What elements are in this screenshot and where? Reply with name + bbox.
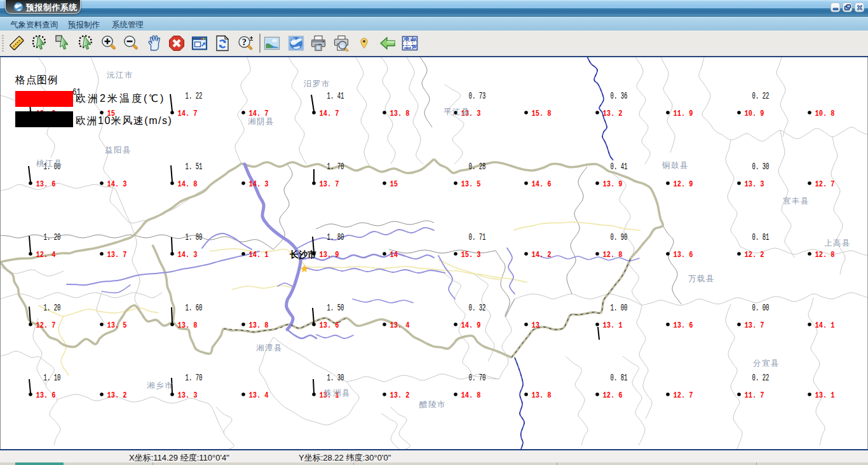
svg-text:1. 80: 1. 80 — [186, 232, 203, 242]
svg-text:1. 70: 1. 70 — [327, 162, 344, 172]
svg-text:13. 1: 13. 1 — [815, 391, 835, 400]
svg-text:14. 8: 14. 8 — [461, 391, 481, 400]
svg-text:1. 51: 1. 51 — [186, 162, 203, 172]
svg-text:14. 3: 14. 3 — [107, 179, 127, 189]
svg-text:13. 6: 13. 6 — [674, 250, 693, 260]
svg-text:13. 6: 13. 6 — [674, 321, 693, 330]
svg-text:0. 22: 0. 22 — [752, 91, 770, 101]
svg-text:14. 2: 14. 2 — [532, 250, 552, 260]
svg-text:15. 8: 15. 8 — [532, 109, 552, 118]
svg-text:1. 22: 1. 22 — [186, 91, 203, 101]
svg-text:13. 2: 13. 2 — [603, 109, 623, 118]
svg-text:61: 61 — [72, 87, 81, 97]
svg-text:12. 7: 12. 7 — [36, 321, 56, 330]
svg-text:0. 90: 0. 90 — [611, 232, 628, 242]
svg-text:格点图例: 格点图例 — [15, 74, 58, 85]
svg-text:15. 3: 15. 3 — [461, 250, 481, 260]
svg-text:13. 9: 13. 9 — [320, 250, 339, 260]
svg-text:0. 22: 0. 22 — [752, 373, 770, 383]
svg-text:0. 00: 0. 00 — [752, 303, 770, 313]
svg-text:0. 81: 0. 81 — [752, 232, 770, 242]
svg-text:14. 9: 14. 9 — [461, 321, 481, 330]
svg-text:上高县: 上高县 — [824, 239, 851, 247]
svg-text:11. 9: 11. 9 — [674, 109, 693, 118]
svg-text:13. 2: 13. 2 — [390, 391, 410, 400]
svg-text:12. 6: 12. 6 — [603, 391, 623, 400]
svg-text:12. 9: 12. 9 — [674, 179, 693, 189]
svg-text:长沙市: 长沙市 — [289, 249, 316, 260]
svg-text:1. 20: 1. 20 — [44, 232, 61, 242]
svg-text:益阳县: 益阳县 — [105, 146, 132, 155]
svg-text:13. 7: 13. 7 — [320, 179, 339, 189]
svg-text:0. 73: 0. 73 — [469, 91, 486, 101]
svg-text:醴陵市: 醴陵市 — [419, 400, 446, 409]
svg-text:13. 9: 13. 9 — [603, 179, 623, 189]
svg-text:1. 80: 1. 80 — [327, 232, 344, 242]
svg-text:12. 8: 12. 8 — [603, 250, 623, 260]
svg-text:0. 81: 0. 81 — [611, 373, 628, 383]
svg-text:13. 3: 13. 3 — [745, 179, 764, 189]
svg-text:0. 36: 0. 36 — [611, 91, 628, 101]
svg-text:13. 6: 13. 6 — [36, 391, 56, 400]
svg-text:0. 71: 0. 71 — [469, 232, 486, 242]
svg-text:14. 3: 14. 3 — [249, 179, 269, 189]
svg-text:13. 5: 13. 5 — [461, 179, 481, 189]
svg-text:1. 50: 1. 50 — [327, 303, 344, 313]
svg-text:10. 9: 10. 9 — [745, 109, 764, 118]
svg-text:分宜县: 分宜县 — [753, 359, 780, 368]
svg-text:11. 7: 11. 7 — [745, 391, 764, 400]
svg-text:13. 6: 13. 6 — [36, 179, 56, 189]
svg-text:1. 70: 1. 70 — [186, 373, 203, 383]
svg-text:湘阴县: 湘阴县 — [248, 117, 275, 126]
svg-text:0. 28: 0. 28 — [469, 162, 486, 172]
svg-text:0. 41: 0. 41 — [611, 162, 628, 172]
svg-text:铜鼓县: 铜鼓县 — [661, 161, 689, 170]
svg-text:湘潭县: 湘潭县 — [256, 344, 283, 352]
svg-text:湘乡市: 湘乡市 — [147, 381, 173, 390]
svg-text:13. 6: 13. 6 — [320, 321, 339, 330]
svg-text:0. 30: 0. 30 — [752, 162, 770, 172]
svg-text:12. 2: 12. 2 — [745, 250, 764, 260]
svg-text:13. 7: 13. 7 — [745, 321, 764, 330]
svg-text:欧洲2米温度(℃): 欧洲2米温度(℃) — [76, 93, 165, 104]
svg-text:14. 1: 14. 1 — [249, 250, 269, 260]
svg-text:1. 41: 1. 41 — [327, 91, 344, 101]
svg-text:13. 4: 13. 4 — [249, 391, 269, 400]
svg-text:1. 10: 1. 10 — [44, 373, 61, 383]
svg-text:汨罗市: 汨罗市 — [303, 80, 330, 88]
svg-text:万载县: 万载县 — [688, 274, 715, 283]
svg-text:欧洲10米风速(m/s): 欧洲10米风速(m/s) — [76, 115, 172, 126]
svg-text:株洲县: 株洲县 — [323, 389, 351, 398]
svg-text:15: 15 — [390, 179, 398, 189]
svg-text:宜丰县: 宜丰县 — [783, 197, 810, 205]
svg-text:13: 13 — [532, 321, 539, 330]
svg-text:13. 8: 13. 8 — [532, 391, 552, 400]
svg-text:12. 4: 12. 4 — [36, 250, 56, 260]
svg-text:1. 20: 1. 20 — [44, 303, 61, 313]
svg-text:13. 1: 13. 1 — [603, 321, 623, 330]
svg-text:12. 7: 12. 7 — [815, 179, 835, 189]
svg-text:12. 7: 12. 7 — [674, 391, 693, 400]
svg-text:13. 4: 13. 4 — [390, 321, 410, 330]
svg-text:14. 7: 14. 7 — [178, 109, 198, 118]
svg-text:10. 8: 10. 8 — [815, 109, 835, 118]
svg-text:1. 30: 1. 30 — [327, 373, 344, 383]
svg-text:14. 8: 14. 8 — [178, 179, 198, 189]
svg-text:13. 8: 13. 8 — [390, 109, 410, 118]
svg-text:14: 14 — [390, 250, 398, 260]
svg-text:14. 1: 14. 1 — [815, 321, 835, 330]
svg-text:13. 5: 13. 5 — [107, 321, 127, 330]
svg-text:13. 3: 13. 3 — [178, 391, 198, 400]
svg-text:12. 8: 12. 8 — [815, 250, 835, 260]
svg-text:14. 6: 14. 6 — [532, 179, 552, 189]
svg-text:13. 8: 13. 8 — [249, 321, 269, 330]
svg-text:?: ? — [242, 37, 247, 47]
svg-text:1. 00: 1. 00 — [611, 303, 628, 313]
svg-text:13. 8: 13. 8 — [178, 321, 198, 330]
svg-text:0. 70: 0. 70 — [469, 373, 486, 383]
svg-text:1. 60: 1. 60 — [186, 303, 203, 313]
svg-text:平江县: 平江县 — [444, 108, 470, 116]
svg-text:13. 7: 13. 7 — [107, 250, 127, 260]
svg-text:0. 32: 0. 32 — [469, 303, 486, 313]
svg-text:14. 3: 14. 3 — [178, 250, 198, 260]
